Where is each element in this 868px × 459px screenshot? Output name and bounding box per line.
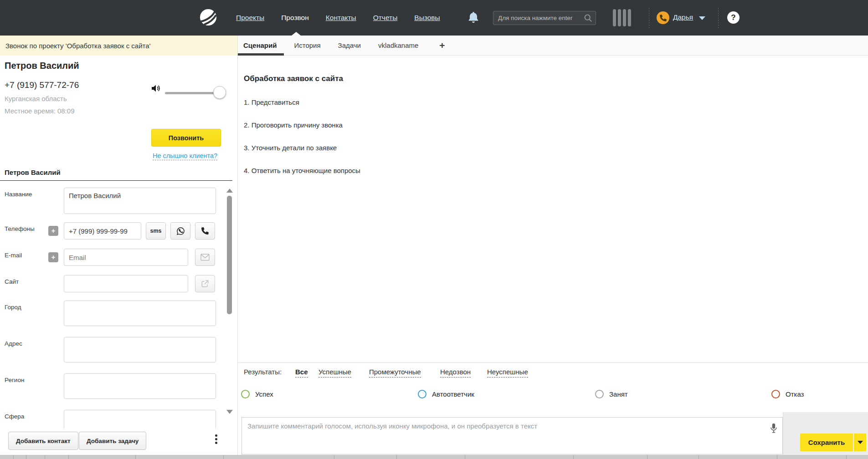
project-call-banner: Звонок по проекту 'Обработка заявок с са… xyxy=(0,36,237,56)
app-root: Проекты Прозвон Контакты Отчеты Вызовы xyxy=(0,0,868,459)
nav-reports[interactable]: Отчеты xyxy=(373,14,398,22)
result-radio-autoresponder[interactable] xyxy=(418,390,426,398)
tab-scenario[interactable]: Сценарий xyxy=(243,41,277,49)
form-scrollbar-thumb[interactable] xyxy=(227,196,232,314)
call-phone-button[interactable] xyxy=(195,222,215,240)
nav-dialing[interactable]: Прозвон xyxy=(281,14,309,22)
results-label: Результаты: xyxy=(244,368,282,376)
tab-tasks[interactable]: Задачи xyxy=(338,41,361,49)
bottom-clipped-table-row xyxy=(0,455,868,459)
send-email-button[interactable] xyxy=(195,249,215,266)
user-menu-caret-icon[interactable] xyxy=(699,16,705,20)
user-menu[interactable]: Дарья xyxy=(673,13,693,21)
search-input[interactable] xyxy=(493,15,584,21)
open-site-button[interactable] xyxy=(195,275,215,292)
workspace-panel: Сценарий История Задачи vkladkaname + Об… xyxy=(238,36,868,459)
add-phone-button[interactable]: + xyxy=(48,226,58,236)
email-field-label: E-mail xyxy=(5,252,22,259)
result-option-label: Автоответчик xyxy=(432,390,474,398)
site-field-label: Сайт xyxy=(5,278,19,285)
save-button[interactable]: Сохранить xyxy=(800,434,853,451)
script-title: Обработка заявок с сайта xyxy=(244,74,343,83)
envelope-icon xyxy=(200,253,210,261)
tab-vkladkaname[interactable]: vkladkaname xyxy=(378,41,418,49)
volume-slider-thumb[interactable] xyxy=(213,86,226,99)
result-option-label: Отказ xyxy=(786,390,804,398)
columns-toggle-icon[interactable] xyxy=(613,9,631,26)
region-field-label: Регион xyxy=(5,377,24,383)
sms-button[interactable]: sms xyxy=(146,222,166,240)
result-option-refusal[interactable]: Отказ xyxy=(771,390,804,398)
save-options-caret-button[interactable] xyxy=(854,434,866,451)
call-button[interactable]: Позвонить xyxy=(151,129,221,147)
filter-unsuccessful[interactable]: Неуспешные xyxy=(487,368,528,377)
nav-projects[interactable]: Проекты xyxy=(236,14,264,22)
header-divider xyxy=(649,8,649,28)
more-actions-kebab-icon[interactable] xyxy=(213,433,219,446)
script-step: 4. Ответить на уточняющие вопросы xyxy=(244,167,360,174)
address-field-label: Адрес xyxy=(5,340,22,347)
call-panel: Звонок по проекту 'Обработка заявок с са… xyxy=(0,36,238,459)
script-step: 2. Проговорить причину звонка xyxy=(244,121,343,129)
result-radio-refusal[interactable] xyxy=(771,390,780,398)
contact-name: Петров Василий xyxy=(5,61,79,71)
main-nav: Проекты Прозвон Контакты Отчеты Вызовы xyxy=(236,0,440,36)
help-button[interactable]: ? xyxy=(727,11,740,24)
microphone-icon[interactable] xyxy=(769,422,779,435)
active-tab-underline xyxy=(238,53,284,56)
filter-successful[interactable]: Успешные xyxy=(318,368,351,377)
notifications-bell-icon[interactable] xyxy=(467,11,479,25)
result-option-autoresponder[interactable]: Автоответчик xyxy=(418,390,474,398)
contact-region: Курганская область xyxy=(5,95,67,102)
search-icon[interactable] xyxy=(584,14,593,23)
form-scroll-up-arrow[interactable] xyxy=(226,189,233,193)
whatsapp-icon xyxy=(176,226,185,236)
result-option-busy[interactable]: Занят xyxy=(595,390,628,398)
contact-form-scroll-region: Название Петров Василий Телефоны + sms E… xyxy=(0,181,232,428)
script-step: 3. Уточнить детали по заявке xyxy=(244,144,337,152)
add-email-button[interactable]: + xyxy=(48,252,58,262)
nav-calls[interactable]: Вызовы xyxy=(414,14,440,22)
sphere-field[interactable] xyxy=(64,410,216,428)
result-option-label: Успех xyxy=(255,390,273,398)
city-field[interactable] xyxy=(64,301,216,326)
tab-history[interactable]: История xyxy=(294,41,320,49)
sphere-field-label: Сфера xyxy=(5,413,24,420)
cant-hear-client-link[interactable]: Не слышно клиента? xyxy=(153,152,217,160)
whatsapp-button[interactable] xyxy=(170,222,190,240)
result-option-label: Занят xyxy=(609,390,628,398)
add-task-button[interactable]: Добавить задачу xyxy=(79,432,146,450)
nav-contacts[interactable]: Контакты xyxy=(326,14,356,22)
filter-no-answer[interactable]: Недозвон xyxy=(440,368,471,377)
email-field[interactable] xyxy=(64,249,188,266)
script-step: 1. Представиться xyxy=(244,98,299,106)
address-field[interactable] xyxy=(64,337,216,362)
save-area: Сохранить xyxy=(783,412,868,459)
filter-all[interactable]: Все xyxy=(295,368,308,377)
result-radio-success[interactable] xyxy=(241,390,250,398)
global-search xyxy=(493,11,596,25)
name-field[interactable]: Петров Василий xyxy=(64,188,216,214)
region-field[interactable] xyxy=(64,373,216,399)
phone-field[interactable] xyxy=(64,222,141,240)
add-contact-button[interactable]: Добавить контакт xyxy=(8,432,78,450)
site-field[interactable] xyxy=(64,275,188,292)
contact-local-time: Местное время: 08:09 xyxy=(5,107,74,115)
city-field-label: Город xyxy=(5,304,21,311)
form-scroll-down-arrow[interactable] xyxy=(226,410,233,414)
header-divider xyxy=(718,8,719,28)
user-avatar[interactable] xyxy=(657,11,669,24)
result-radio-busy[interactable] xyxy=(595,390,604,398)
caret-down-icon xyxy=(858,441,863,444)
avatar-phone-icon xyxy=(660,15,667,21)
results-divider xyxy=(238,362,868,363)
result-option-success[interactable]: Успех xyxy=(241,390,273,398)
phones-field-label: Телефоны xyxy=(5,225,35,232)
contact-actions-bar: Добавить контакт Добавить задачу xyxy=(0,428,232,455)
name-field-label: Название xyxy=(5,191,32,198)
filter-intermediate[interactable]: Промежуточные xyxy=(369,368,421,377)
phone-handset-icon xyxy=(201,227,209,235)
add-tab-button[interactable]: + xyxy=(439,40,445,51)
contact-phone-number: +7 (919) 577-72-76 xyxy=(5,80,79,90)
comment-input[interactable] xyxy=(242,418,782,454)
